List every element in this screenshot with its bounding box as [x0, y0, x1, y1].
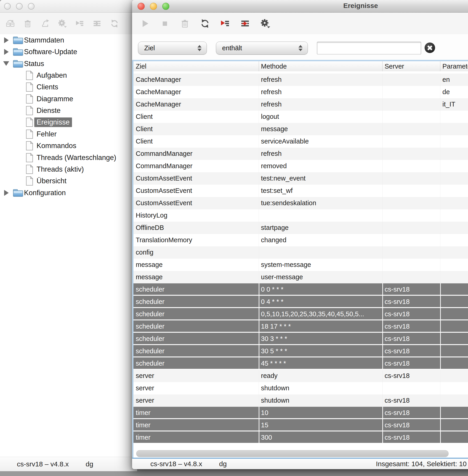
cell-ziel: scheduler	[136, 283, 164, 295]
column-divider[interactable]	[440, 61, 440, 71]
table-row[interactable]: CustomAssetEventtue:sendeskalation	[133, 197, 468, 209]
table-row[interactable]: timer15cs-srv18	[133, 419, 468, 432]
table-row[interactable]: scheduler18 17 * * *cs-srv18	[133, 320, 468, 333]
zoom-button[interactable]	[162, 3, 169, 10]
column-divider	[440, 394, 440, 407]
refresh-icon[interactable]	[108, 17, 121, 30]
table-row[interactable]: config	[133, 246, 468, 259]
scrollbar-thumb[interactable]	[136, 450, 449, 457]
column-divider	[259, 135, 259, 148]
table-row[interactable]: Clientlogout	[133, 111, 468, 123]
table-row[interactable]: scheduler0 0 * * *cs-srv18	[133, 283, 468, 296]
column-header-server[interactable]: Server	[382, 61, 404, 71]
table-row[interactable]: timer10cs-srv18	[133, 407, 468, 419]
minimize-button[interactable]	[16, 3, 23, 10]
filter-field-popup[interactable]: Ziel	[138, 42, 207, 55]
column-divider	[440, 407, 441, 418]
disclosure-right-icon[interactable]	[4, 190, 9, 196]
column-divider	[382, 160, 382, 172]
table-row[interactable]: scheduler0,5,10,15,20,25,30,35,40,45,50,…	[133, 308, 468, 320]
refresh-icon[interactable]	[198, 17, 212, 30]
table-row[interactable]: CommandManagerremoved	[133, 160, 468, 172]
table-row[interactable]: serverreadycs-srv18	[133, 370, 468, 382]
horizontal-scrollbar[interactable]	[133, 450, 468, 458]
tree-item-threads-warteschlange[interactable]: Threads (Warteschlange)	[0, 152, 137, 164]
stop-icon[interactable]	[158, 17, 171, 30]
column-header-parameter[interactable]: Parameter	[440, 61, 468, 71]
tree-item-bersicht[interactable]: Übersicht	[0, 175, 137, 187]
table-row[interactable]: OfflineDBstartpage	[133, 222, 468, 234]
table-row[interactable]: CommandManagerrefresh	[133, 148, 468, 160]
disclosure-right-icon[interactable]	[4, 49, 9, 55]
column-divider	[440, 73, 440, 86]
archive-sync-icon[interactable]	[4, 17, 17, 30]
table-row[interactable]: scheduler45 * * * *cs-srv18	[133, 357, 468, 370]
import-events-icon[interactable]	[90, 17, 104, 30]
column-divider	[382, 86, 382, 98]
filter-query-input[interactable]	[317, 42, 421, 54]
tree-item-aufgaben[interactable]: Aufgaben	[0, 70, 137, 81]
table-row[interactable]: servershutdown	[133, 382, 468, 394]
table-row[interactable]: TranslationMemorychanged	[133, 234, 468, 246]
close-button[interactable]	[138, 3, 145, 10]
tree-item-konfiguration[interactable]: Konfiguration	[0, 187, 137, 199]
clear-filter-button[interactable]	[424, 43, 435, 53]
tree-item-threads-aktiv[interactable]: Threads (aktiv)	[0, 163, 137, 175]
trash-icon[interactable]	[178, 17, 191, 30]
export-icon[interactable]	[38, 17, 52, 30]
table-row[interactable]: scheduler0 4 * * *cs-srv18	[133, 296, 468, 308]
table-row[interactable]: CustomAssetEventtest:set_wf	[133, 185, 468, 197]
table-row[interactable]: CacheManagerrefreshde	[133, 86, 468, 98]
import-events-icon[interactable]	[239, 17, 252, 30]
tree-item-kommandos[interactable]: Kommandos	[0, 140, 137, 152]
column-divider[interactable]	[382, 61, 382, 71]
user-person-icon	[74, 460, 83, 468]
minimize-button[interactable]	[150, 3, 157, 10]
cell-ziel: scheduler	[136, 296, 164, 307]
table-row[interactable]: CustomAssetEventtest:new_event	[133, 172, 468, 185]
table-row[interactable]: CacheManagerrefreshen	[133, 73, 468, 86]
table-row[interactable]: timer300cs-srv18	[133, 432, 468, 444]
column-divider[interactable]	[259, 61, 259, 71]
tree-item-diagramme[interactable]: Diagramme	[0, 93, 137, 105]
column-header-ziel[interactable]: Ziel	[133, 61, 146, 71]
tree-item-dienste[interactable]: Dienste	[0, 105, 137, 116]
tree-item-fehler[interactable]: Fehler	[0, 128, 137, 140]
tree-item-label: Kommandos	[37, 142, 76, 150]
doc-icon	[26, 176, 33, 186]
tree-item-status[interactable]: Status	[0, 58, 137, 70]
table-row[interactable]: Clientmessage	[133, 123, 468, 135]
table-row[interactable]: scheduler30 5 * * *cs-srv18	[133, 345, 468, 357]
table-row[interactable]: ClientserviceAvailable	[133, 135, 468, 148]
run-events-icon[interactable]	[219, 17, 232, 30]
disclosure-right-icon[interactable]	[4, 37, 9, 43]
table-row[interactable]: servershutdowncs-srv18	[133, 394, 468, 407]
column-header-methode[interactable]: Methode	[259, 61, 287, 71]
table-row[interactable]: scheduler30 3 * * *cs-srv18	[133, 333, 468, 345]
tree-item-clients[interactable]: Clients	[0, 81, 137, 93]
events-statusbar: cs-srv18 – v4.8.x dg Insgesamt: 104, Sel…	[132, 458, 468, 469]
filter-operator-popup[interactable]: enthält	[216, 42, 308, 55]
cell-ziel: HistoryLog	[136, 209, 167, 221]
tree-item-ereignisse[interactable]: Ereignisse	[0, 116, 137, 128]
gear-menu-icon[interactable]	[56, 17, 69, 30]
play-icon[interactable]	[138, 17, 151, 30]
table-row[interactable]: messagesystem-message	[133, 259, 468, 271]
ereignisse-titlebar[interactable]: Ereignisse	[132, 0, 468, 13]
cell-ziel: Client	[136, 111, 153, 122]
gear-menu-icon[interactable]	[259, 17, 272, 30]
run-events-icon[interactable]	[73, 17, 86, 30]
disclosure-down-icon[interactable]	[3, 61, 9, 66]
table-row[interactable]: CacheManagerrefreshit_IT	[133, 98, 468, 111]
table-row[interactable]: HistoryLog	[133, 209, 468, 222]
close-button[interactable]	[4, 3, 11, 10]
table-row[interactable]: messageuser-message	[133, 271, 468, 283]
tree-item-software-update[interactable]: Software-Update	[0, 46, 137, 58]
zoom-button[interactable]	[28, 3, 34, 10]
cell-ziel: CustomAssetEvent	[136, 197, 192, 208]
trash-icon[interactable]	[21, 17, 34, 30]
column-divider	[259, 86, 259, 98]
tree-item-stammdaten[interactable]: Stammdaten	[0, 34, 137, 46]
navigator-titlebar[interactable]	[0, 0, 137, 13]
clipped-table-row[interactable]	[133, 71, 468, 73]
